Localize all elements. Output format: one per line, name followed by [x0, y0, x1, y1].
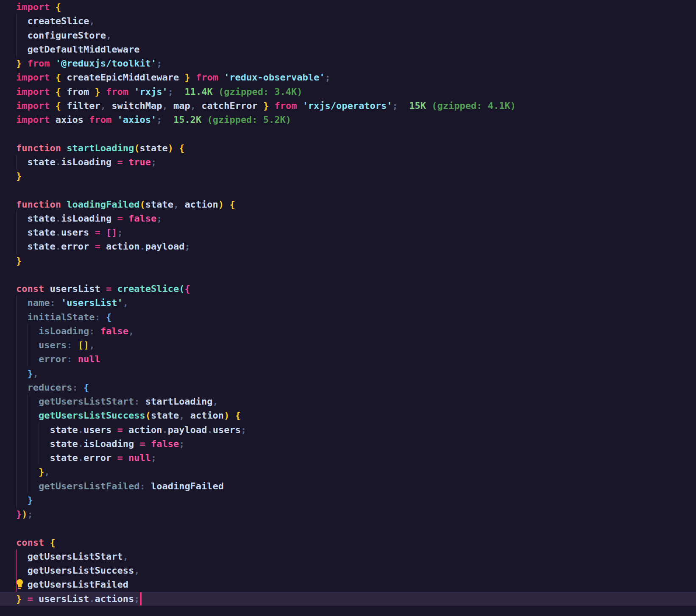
code-token [128, 86, 134, 97]
code-line[interactable]: import { createEpicMiddleware } from 're… [0, 70, 696, 84]
code-token: . [56, 227, 61, 238]
code-token: = [117, 213, 122, 224]
code-line[interactable]: import { filter, switchMap, map, catchEr… [0, 99, 696, 113]
code-token: . [162, 425, 167, 435]
code-token: createSlice [28, 16, 89, 26]
code-line[interactable]: initialState: { [0, 310, 696, 324]
code-line[interactable]: getUsersListStart, [0, 549, 696, 563]
code-token [111, 425, 117, 435]
code-line[interactable]: state.users = action.payload.users; [0, 423, 696, 437]
code-token: . [89, 594, 95, 604]
code-line[interactable]: getUsersListFailed [0, 577, 696, 591]
code-line[interactable]: getDefaultMiddleware [0, 42, 696, 56]
code-token: function [16, 199, 61, 210]
code-token: false [151, 438, 179, 449]
code-token: ) [22, 509, 27, 519]
code-token [50, 2, 55, 12]
code-line[interactable]: } [0, 254, 696, 268]
code-line[interactable]: error: null [0, 352, 696, 366]
code-token: } [16, 594, 22, 604]
code-line[interactable]: }, [0, 465, 696, 479]
code-token: : [89, 326, 95, 336]
code-token: users [213, 425, 241, 435]
code-line[interactable]: name: 'usersList', [0, 296, 696, 310]
code-line[interactable]: state.error = null; [0, 451, 696, 465]
code-line[interactable]: configureStore, [0, 28, 696, 42]
code-token: ; [168, 86, 173, 97]
code-token: state [28, 213, 56, 224]
code-line[interactable]: function loadingFailed(state, action) { [0, 197, 696, 211]
indent-guide [16, 465, 17, 479]
code-line[interactable]: const usersList = createSlice({ [0, 282, 696, 296]
code-line[interactable]: getUsersListStart: startLoading, [0, 394, 696, 408]
code-token: (gzipped: 5.2K) [207, 114, 291, 125]
code-token [16, 382, 28, 393]
lightbulb-icon[interactable] [16, 579, 23, 590]
code-token: = [95, 227, 100, 238]
code-line[interactable] [0, 127, 696, 141]
code-line[interactable]: function startLoading(state) { [0, 141, 696, 155]
code-token [100, 283, 106, 294]
code-token: actions [95, 594, 134, 604]
code-token: import [16, 72, 50, 83]
code-line[interactable]: import { [0, 0, 696, 14]
code-line[interactable] [0, 183, 696, 197]
code-token: } [16, 509, 22, 519]
code-token: getDefaultMiddleware [28, 44, 140, 55]
code-token: ( [145, 410, 151, 421]
code-token: } [184, 72, 190, 83]
indent-guide [16, 479, 17, 493]
code-token: : [139, 481, 145, 491]
code-line[interactable] [0, 268, 696, 282]
code-line[interactable]: } [0, 493, 696, 507]
code-line[interactable] [0, 521, 696, 535]
code-line[interactable]: getUsersListSuccess(state, action) { [0, 408, 696, 422]
code-token: ) [168, 143, 173, 153]
code-token [111, 114, 117, 125]
code-token [123, 213, 128, 224]
code-line[interactable]: state.isLoading = true; [0, 155, 696, 169]
code-line[interactable]: state.error = action.payload; [0, 239, 696, 253]
code-token: . [139, 241, 145, 252]
code-token: state [28, 241, 56, 252]
code-line[interactable]: isLoading: false, [0, 324, 696, 338]
code-token: : [95, 312, 100, 322]
code-line[interactable]: } from '@reduxjs/toolkit'; [0, 56, 696, 70]
code-line[interactable]: state.isLoading = false; [0, 211, 696, 225]
code-token: isLoading [61, 157, 111, 167]
code-line[interactable]: } = usersList.actions; [0, 592, 696, 606]
code-line[interactable]: }); [0, 507, 696, 521]
code-line[interactable]: import { from } from 'rxjs'; 11.4K (gzip… [0, 85, 696, 99]
code-token [16, 16, 28, 26]
code-token [426, 100, 432, 111]
code-token: { [56, 86, 61, 97]
code-line[interactable]: state.users = []; [0, 225, 696, 239]
code-line[interactable]: users: [], [0, 338, 696, 352]
indent-guide [16, 380, 17, 394]
code-line[interactable]: }, [0, 366, 696, 380]
code-token: state [50, 452, 78, 463]
code-line[interactable]: } [0, 169, 696, 183]
code-line[interactable]: state.isLoading = false; [0, 437, 696, 451]
code-token: loadingFailed [151, 481, 224, 491]
code-line[interactable]: getUsersListFailed: loadingFailed [0, 479, 696, 493]
code-token [72, 354, 78, 364]
code-token: : [67, 354, 72, 364]
code-line[interactable]: getUsersListSuccess, [0, 563, 696, 577]
code-line[interactable]: createSlice, [0, 14, 696, 28]
indent-guide [28, 408, 28, 422]
code-token: getUsersListSuccess [39, 410, 145, 421]
code-token: ; [325, 72, 331, 83]
code-token [16, 425, 50, 435]
code-token: ) [224, 410, 229, 421]
code-line[interactable]: const { [0, 536, 696, 549]
code-token [258, 100, 263, 111]
code-token: ; [241, 425, 246, 435]
code-token: ; [184, 241, 190, 252]
code-token: getUsersListFailed [39, 481, 139, 491]
code-line[interactable]: import axios from 'axios'; 15.2K (gzippe… [0, 113, 696, 127]
code-token [111, 157, 117, 167]
code-line[interactable]: reducers: { [0, 380, 696, 394]
code-token [78, 382, 84, 393]
code-token: : [50, 297, 55, 308]
